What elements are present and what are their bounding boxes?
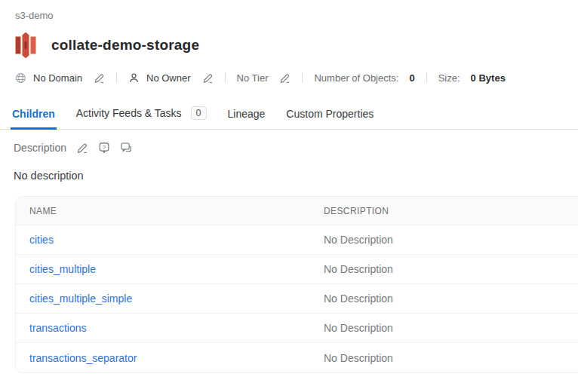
page-title: collate-demo-storage (51, 37, 199, 54)
breadcrumb-link-service[interactable]: s3-demo (15, 10, 54, 21)
edit-tier-button[interactable] (279, 72, 291, 84)
owner-field: No Owner (128, 72, 214, 84)
objects-count-value: 0 (409, 72, 414, 84)
breadcrumb: s3-demo (0, 0, 578, 22)
child-link[interactable]: transactions (29, 322, 86, 334)
child-description: No Description (324, 352, 578, 364)
divider (225, 72, 226, 83)
tier-field: No Tier (237, 72, 291, 84)
description-header: Description ? (14, 141, 578, 155)
entity-header: collate-demo-storage (15, 32, 578, 59)
table-header-row: NAME DESCRIPTION (16, 197, 578, 225)
pencil-icon (202, 72, 214, 84)
domain-field: No Domain (15, 72, 105, 84)
description-title: Description (14, 142, 66, 154)
svg-text:?: ? (103, 144, 106, 151)
pencil-icon (76, 142, 88, 154)
tab-children[interactable]: Children (11, 104, 57, 130)
owner-label: No Owner (146, 72, 191, 84)
children-table: NAME DESCRIPTION cities No Description c… (15, 196, 578, 373)
objects-count-field: Number of Objects:0 (314, 72, 414, 84)
column-header-name: NAME (16, 206, 324, 216)
pencil-icon (279, 72, 291, 84)
size-field: Size:0 Bytes (438, 72, 506, 84)
table-row: transactions_separator No Description (16, 343, 578, 372)
child-link[interactable]: cities (29, 234, 54, 246)
table-row: cities_multiple No Description (16, 255, 578, 284)
objects-count-label: Number of Objects: (314, 72, 398, 84)
size-label: Size: (438, 72, 460, 84)
request-description-icon: ? (98, 142, 110, 154)
tab-label: Lineage (228, 108, 266, 120)
child-link[interactable]: cities_multiple (29, 263, 96, 275)
divider (426, 72, 427, 83)
pencil-icon (94, 72, 105, 84)
globe-icon (15, 72, 26, 84)
size-value: 0 Bytes (471, 72, 506, 84)
child-description: No Description (324, 322, 578, 334)
child-description: No Description (324, 292, 578, 305)
edit-domain-button[interactable] (94, 72, 105, 84)
s3-bucket-icon (15, 32, 36, 59)
edit-owner-button[interactable] (202, 72, 214, 84)
domain-label: No Domain (33, 72, 82, 84)
tab-count-badge: 0 (191, 106, 207, 120)
table-row: transactions No Description (16, 314, 578, 343)
tab-custom-properties[interactable]: Custom Properties (284, 104, 375, 130)
tab-lineage[interactable]: Lineage (226, 104, 267, 130)
column-header-description: DESCRIPTION (324, 206, 578, 216)
child-link[interactable]: cities_multiple_simple (29, 292, 132, 305)
edit-description-button[interactable] (76, 142, 88, 154)
description-empty-text: No description (14, 170, 578, 182)
child-description: No Description (324, 234, 578, 246)
tab-bar: Children Activity Feeds & Tasks 0 Lineag… (0, 103, 578, 130)
tab-label: Children (12, 108, 55, 120)
tab-activity-feeds-tasks[interactable]: Activity Feeds & Tasks 0 (75, 103, 208, 130)
entity-meta-row: No Domain No Owner No Tier (15, 71, 578, 84)
tab-label: Custom Properties (286, 108, 374, 120)
user-icon (128, 72, 140, 84)
comments-button[interactable] (120, 142, 132, 154)
tier-label: No Tier (237, 72, 269, 84)
child-link[interactable]: transactions_separator (29, 352, 137, 364)
child-description: No Description (324, 263, 578, 275)
table-row: cities_multiple_simple No Description (16, 284, 578, 314)
divider (116, 72, 117, 83)
table-row: cities No Description (16, 225, 578, 255)
tab-label: Activity Feeds & Tasks (76, 107, 182, 119)
request-description-button[interactable]: ? (98, 142, 110, 154)
divider (302, 72, 303, 83)
comments-icon (120, 142, 132, 154)
